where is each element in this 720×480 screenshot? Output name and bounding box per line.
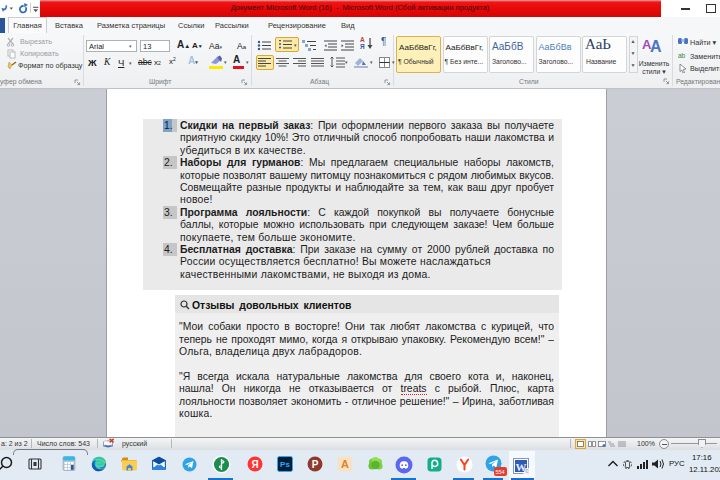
svg-text:P: P: [312, 459, 319, 470]
svg-text:А: А: [341, 458, 349, 470]
svg-text:Я: Я: [251, 459, 258, 470]
svg-text:Ps: Ps: [280, 460, 290, 469]
